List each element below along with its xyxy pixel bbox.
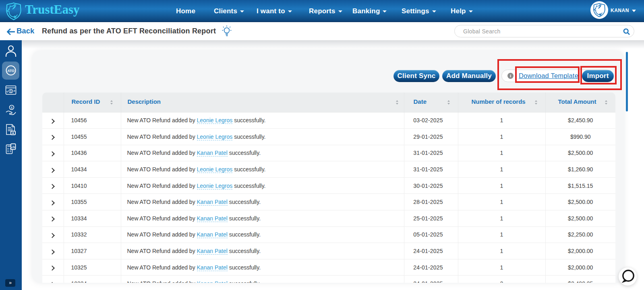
svg-text:$: $ (11, 106, 12, 109)
svg-text:ATO: ATO (7, 69, 14, 73)
svg-text:$: $ (10, 90, 12, 93)
